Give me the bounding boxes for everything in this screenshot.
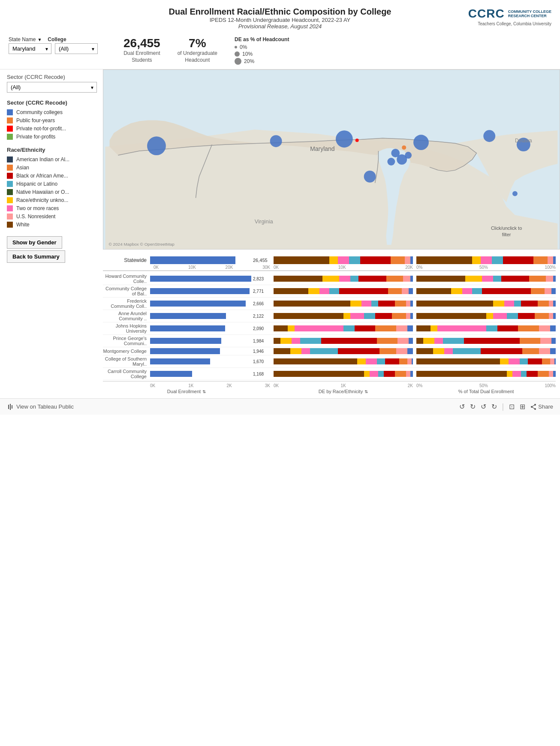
college-name-label: Johns Hopkins University	[103, 323, 150, 334]
white-color	[7, 222, 13, 228]
college-bar	[150, 358, 210, 364]
college-value: 2,122	[253, 314, 270, 319]
college-bar	[150, 301, 246, 307]
native-hawaiian-color	[7, 189, 13, 195]
de-label-10: 10%	[242, 51, 253, 57]
table-row: Johns Hopkins University 2,090	[103, 322, 556, 335]
pct-stat: 7% of UndergraduateHeadcount	[178, 36, 217, 63]
community-colleges-label: Community colleges	[16, 109, 63, 115]
public-four-years-color	[7, 117, 13, 123]
de-legend-item-0pct: 0%	[235, 44, 289, 50]
college-value: 1,984	[253, 339, 270, 343]
legend-private-for-profits: Private for-profits	[7, 134, 96, 140]
race-unknown-label: Race/ethnicity unkno...	[16, 197, 68, 203]
map-dot-3	[336, 130, 353, 147]
dual-enrollment-axis-label: Dual Enrollment ⇅	[103, 389, 270, 394]
american-indian-color	[7, 156, 13, 162]
race-unknown-color	[7, 197, 13, 203]
college-select-wrapper[interactable]: (All) ▼	[55, 43, 98, 54]
college-value: 2,823	[253, 277, 270, 281]
public-four-years-label: Public four-years	[16, 117, 55, 123]
statewide-bar	[150, 256, 235, 264]
de-label-20: 20%	[244, 58, 254, 64]
legend-asian: Asian	[7, 165, 96, 171]
nonresident-color	[7, 214, 13, 220]
undo-back-icon[interactable]: ↺	[481, 403, 486, 411]
state-select-wrapper[interactable]: Maryland ▼	[9, 43, 51, 54]
back-to-summary-button[interactable]: Back to Summary	[7, 250, 65, 263]
american-indian-label: American Indian or Al...	[16, 156, 69, 162]
private-not-profit-label: Private not-for-profit...	[16, 126, 66, 132]
college-rows: Howard Community Colle.. 2,823 Community…	[103, 273, 556, 380]
svg-line-10	[532, 405, 535, 407]
expand-icon[interactable]: ⊞	[520, 403, 525, 411]
map-dot-7	[364, 171, 376, 183]
svg-rect-5	[10, 404, 11, 410]
map-dot-2	[270, 135, 282, 147]
map-dot-dc-4	[387, 158, 395, 165]
private-for-profits-color	[7, 134, 13, 140]
legend-two-or-more: Two or more races	[7, 205, 96, 211]
statewide-label: Statewide	[103, 257, 150, 263]
table-row: Carroll Community College 1,168	[103, 368, 556, 380]
race-legend: Race/Ethnicity American Indian or Al... …	[7, 147, 96, 228]
share-button[interactable]: Share	[530, 403, 553, 410]
provisional-label: Provisional Release, August 2024	[103, 23, 457, 30]
sector-select[interactable]: (All)	[7, 82, 97, 93]
college-select[interactable]: (All)	[55, 43, 98, 54]
legend-native-hawaiian: Native Hawaiian or O...	[7, 189, 96, 195]
map-dot-5	[483, 130, 495, 142]
svg-text:Click/unclick to: Click/unclick to	[491, 226, 522, 231]
two-or-more-label: Two or more races	[16, 205, 59, 211]
black-color	[7, 173, 13, 179]
sector-legend-title: Sector (CCRC Recode)	[7, 99, 96, 106]
axis-20k: 20K	[226, 265, 233, 270]
legend-race-unknown: Race/ethnicity unkno...	[7, 197, 96, 203]
map-area[interactable]: Maryland Virginia Delawa © 2024 Mapbox ©…	[103, 69, 560, 250]
svg-text:© 2024 Mapbox © OpenStreetMap: © 2024 Mapbox © OpenStreetMap	[108, 242, 175, 247]
axis-30k: 30K	[262, 265, 270, 270]
sort-icon-de: ⇅	[202, 389, 206, 394]
asian-label: Asian	[16, 165, 29, 171]
undo-icon[interactable]: ↺	[459, 403, 465, 411]
statewide-value: 26,455	[253, 258, 270, 263]
map-dot-red-1	[355, 138, 359, 142]
toolbar-controls: ↺ ↻ ↺ ↻ | ⊡ ⊞ Share	[459, 402, 553, 411]
de-label-0: 0%	[240, 44, 247, 50]
state-select[interactable]: Maryland	[9, 43, 51, 54]
college-bar	[150, 276, 251, 282]
de-dot-10	[235, 51, 240, 57]
table-row: Montgomery College 1,946	[103, 347, 556, 355]
college-bar	[150, 313, 226, 319]
main-content: Sector (CCRC Recode) (All) ▼ Sector (CCR…	[0, 69, 560, 398]
map-dot-east-1	[512, 191, 518, 196]
ccrc-full-line1: COMMUNITY COLLEGE	[508, 9, 551, 14]
divider: |	[502, 402, 504, 411]
legend-hispanic: Hispanic or Latino	[7, 181, 96, 187]
state-label: State Name	[9, 36, 36, 42]
college-value: 2,666	[253, 301, 270, 306]
ccrc-logo: CCRC COMMUNITY COLLEGE RESEARCH CENTER T…	[457, 7, 551, 26]
map-svg: Maryland Virginia Delawa © 2024 Mapbox ©…	[103, 70, 560, 249]
charts-area: Statewide 26,455 0K 10K 20K 30K	[103, 250, 560, 398]
left-panel: Sector (CCRC Recode) (All) ▼ Sector (CCR…	[0, 69, 103, 398]
maryland-map-label: Maryland	[310, 145, 334, 152]
redo-icon[interactable]: ↻	[491, 403, 497, 411]
college-bar	[150, 338, 221, 344]
college-value: 1,946	[253, 349, 270, 354]
screen-icon[interactable]: ⊡	[509, 403, 515, 411]
de-legend-item-10pct: 10%	[235, 51, 289, 57]
sector-legend: Sector (CCRC Recode) Community colleges …	[7, 99, 96, 140]
tableau-link[interactable]: View on Tableau Public	[7, 403, 74, 410]
show-by-gender-button[interactable]: Show by Gender	[7, 236, 62, 249]
state-filter-group: State Name ▼ College Maryland ▼ (All) ▼	[9, 36, 98, 54]
map-dot-1	[147, 136, 166, 155]
private-for-profits-label: Private for-profits	[16, 134, 55, 140]
ccrc-letters: CCRC	[468, 7, 505, 21]
right-panel: Maryland Virginia Delawa © 2024 Mapbox ©…	[103, 69, 560, 398]
sector-select-wrapper[interactable]: (All) ▼	[7, 82, 97, 93]
college-name-label: Carroll Community College	[103, 369, 150, 379]
white-label: White	[16, 222, 30, 228]
redo-forward-icon[interactable]: ↻	[470, 403, 476, 411]
virginia-map-label: Virginia	[255, 218, 274, 225]
